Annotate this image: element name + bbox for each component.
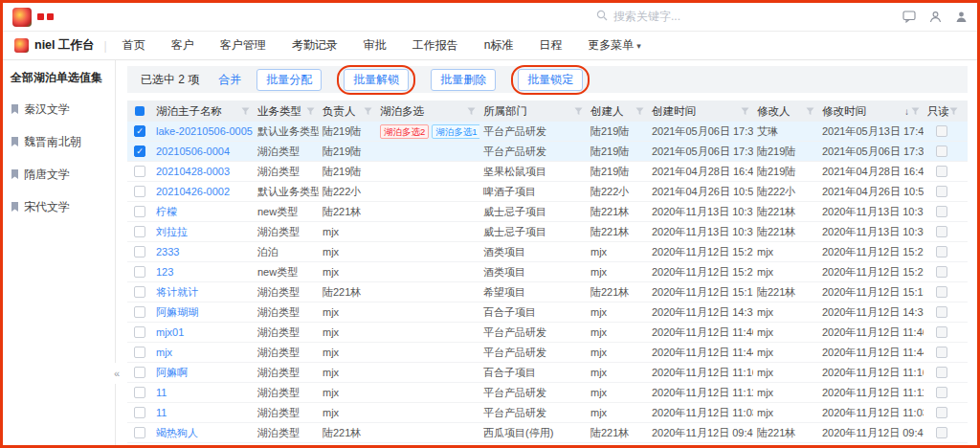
nav-item[interactable]: n标准	[484, 37, 514, 54]
row-checkbox[interactable]	[127, 222, 152, 241]
row-checkbox[interactable]	[127, 423, 152, 442]
avatar-icon[interactable]	[955, 11, 968, 23]
filter-icon[interactable]	[806, 107, 814, 116]
readonly-checkbox[interactable]	[924, 403, 960, 422]
row-checkbox[interactable]: ✓	[127, 142, 152, 161]
readonly-checkbox[interactable]	[924, 302, 960, 322]
nav-item[interactable]: 审批	[364, 37, 387, 54]
toolbar-action-button[interactable]: 合并	[218, 72, 241, 88]
readonly-checkbox[interactable]	[924, 343, 960, 362]
nav-item[interactable]: 考勤记录	[292, 37, 338, 54]
filter-icon[interactable]	[306, 107, 315, 116]
lake-name-link[interactable]: 11	[156, 387, 167, 398]
sidebar-item[interactable]: 宋代文学	[11, 199, 107, 215]
readonly-checkbox[interactable]	[924, 323, 960, 342]
row-checkbox[interactable]	[127, 182, 152, 201]
column-header[interactable]: 业务类型	[254, 101, 319, 122]
filter-icon[interactable]	[467, 107, 476, 116]
readonly-checkbox[interactable]	[924, 443, 960, 445]
table-row[interactable]: ✓lake-20210506-0005默认业务类型陆219陆湖泊多选2湖泊多选1…	[127, 122, 968, 142]
column-header[interactable]: 创建人	[587, 101, 648, 122]
table-row[interactable]: mjx01湖泊类型mjx平台产品研发mjx2020年11月12日 11:46mj…	[127, 323, 968, 343]
filter-icon[interactable]	[741, 107, 749, 116]
readonly-checkbox[interactable]	[924, 363, 960, 382]
row-checkbox[interactable]	[127, 242, 152, 261]
readonly-checkbox[interactable]	[924, 182, 960, 201]
lake-name-link[interactable]: 20210506-0004	[156, 146, 230, 157]
filter-icon[interactable]	[911, 107, 920, 116]
table-row[interactable]: 123new类型mjx酒类项目mjx2020年11月12日 15:25mjx20…	[127, 262, 968, 282]
readonly-checkbox[interactable]	[924, 242, 960, 261]
column-header[interactable]: 湖泊多选	[376, 101, 479, 122]
row-checkbox[interactable]	[127, 323, 152, 342]
table-row[interactable]: 11湖泊类型mjx平台产品研发mjx2020年11月12日 11:03mjx20…	[127, 403, 968, 423]
lake-name-link[interactable]: 20210426-0002	[156, 186, 230, 197]
row-checkbox[interactable]	[127, 262, 152, 281]
message-icon[interactable]	[902, 11, 916, 23]
table-row[interactable]: ✓20210506-0004湖泊类型陆219陆平台产品研发陆219陆2021年0…	[127, 142, 968, 162]
column-header[interactable]: 所属部门	[479, 101, 587, 122]
filter-icon[interactable]	[949, 107, 958, 116]
column-header[interactable]: 湖泊主子名称	[152, 101, 254, 122]
lake-name-link[interactable]: 阿嫲啊	[156, 367, 188, 378]
table-row[interactable]: 20210428-0003湖泊类型陆219陆坚果松鼠项目陆219陆2021年04…	[127, 162, 968, 182]
nav-more-menu[interactable]: 更多菜单▾	[588, 37, 641, 54]
row-checkbox[interactable]	[127, 443, 152, 445]
readonly-checkbox[interactable]	[924, 142, 960, 161]
lake-name-link[interactable]: 20210428-0003	[156, 166, 230, 177]
sort-desc-icon[interactable]: ↓	[904, 106, 909, 117]
lake-name-link[interactable]: 将计就计	[156, 286, 198, 298]
readonly-checkbox[interactable]	[924, 202, 960, 221]
nav-item[interactable]: 工作报告	[412, 37, 458, 54]
toolbar-action-button[interactable]: 批量分配	[256, 69, 322, 91]
table-row[interactable]: 竭热狗人湖泊类型陆221林西瓜项目(停用)陆221林2020年11月12日 09…	[127, 423, 968, 443]
readonly-checkbox[interactable]	[924, 423, 960, 442]
table-row[interactable]: 柠檬new类型陆221林威士忌子项目陆221林2020年11月13日 10:31…	[127, 202, 968, 222]
row-checkbox[interactable]	[127, 363, 152, 382]
row-checkbox[interactable]: ✓	[127, 122, 152, 141]
row-checkbox[interactable]	[127, 343, 152, 362]
column-header[interactable]: 只读	[924, 101, 960, 122]
table-row[interactable]: 2333泊泊mjx酒类项目mjx2020年11月12日 15:25mjx2020…	[127, 242, 968, 262]
sidebar-item[interactable]: 魏晋南北朝	[11, 134, 107, 150]
lake-name-link[interactable]: lake-20210506-0005	[156, 125, 253, 137]
filter-icon[interactable]	[635, 107, 644, 116]
lake-name-link[interactable]: 竭热狗人	[156, 427, 198, 438]
row-checkbox[interactable]	[127, 282, 152, 302]
column-header[interactable]: 负责人	[319, 101, 376, 122]
row-checkbox[interactable]	[127, 383, 152, 402]
table-row[interactable]: 阿嫲瑚瑚湖泊类型mjx百合子项目mjx2020年11月12日 14:38mjx2…	[127, 302, 968, 323]
row-checkbox[interactable]	[127, 403, 152, 422]
lake-name-link[interactable]: 阿嫲瑚瑚	[156, 306, 198, 318]
lake-name-link[interactable]: 2333	[156, 246, 179, 258]
nav-item[interactable]: 客户管理	[220, 37, 266, 54]
table-row[interactable]: 112湖泊类型陆221林威士忌子项目陆221林2020年11月11日 23:13…	[127, 443, 968, 445]
toolbar-action-button[interactable]: 批量锁定	[518, 69, 583, 91]
lake-name-link[interactable]: 柠檬	[156, 206, 177, 217]
sidebar-item[interactable]: 秦汉文学	[11, 101, 107, 118]
lake-name-link[interactable]: mjx01	[156, 326, 184, 338]
select-all-checkbox[interactable]	[127, 101, 152, 122]
table-row[interactable]: 20210426-0002默认业务类型陆222小啤酒子项目陆222小2021年0…	[127, 182, 968, 202]
row-checkbox[interactable]	[127, 162, 152, 181]
column-header[interactable]: 修改人	[753, 101, 818, 122]
row-checkbox[interactable]	[127, 302, 152, 322]
nav-item[interactable]: 客户	[171, 37, 194, 54]
table-row[interactable]: 将计就计湖泊类型陆221林希望项目陆221林2020年11月12日 15:15陆…	[127, 282, 968, 302]
filter-icon[interactable]	[241, 107, 250, 116]
readonly-checkbox[interactable]	[924, 222, 960, 241]
sidebar-collapse-button[interactable]: «	[110, 363, 123, 384]
readonly-checkbox[interactable]	[924, 122, 960, 141]
table-row[interactable]: 11湖泊类型mjx平台产品研发mjx2020年11月12日 11:11mjx20…	[127, 383, 968, 403]
readonly-checkbox[interactable]	[924, 383, 960, 402]
table-row[interactable]: mjx湖泊类型mjx平台产品研发mjx2020年11月12日 11:44mjx2…	[127, 343, 968, 363]
table-row[interactable]: 刘拉拉湖泊类型mjx威士忌子项目陆221林2020年11月13日 10:30陆2…	[127, 222, 968, 242]
lake-name-link[interactable]: 11	[156, 407, 167, 418]
sidebar-item[interactable]: 隋唐文学	[11, 167, 107, 183]
lake-name-link[interactable]: 123	[156, 266, 173, 278]
column-header[interactable]: 修改时间↓	[818, 101, 924, 122]
search-input[interactable]: 搜索关键字...	[596, 9, 788, 25]
readonly-checkbox[interactable]	[924, 162, 960, 181]
contacts-icon[interactable]	[929, 11, 942, 23]
readonly-checkbox[interactable]	[924, 262, 960, 281]
